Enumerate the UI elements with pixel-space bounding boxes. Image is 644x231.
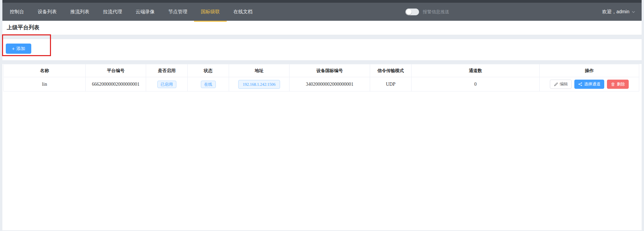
address-badge: 192.168.1.242:1506 <box>238 80 280 89</box>
platform-table: 名称 平台编号 是否启用 状态 地址 设备国标编号 信令传输模式 通道数 操作 … <box>3 64 639 92</box>
nav-item-push-list[interactable]: 推流列表 <box>64 3 96 21</box>
cell-platform-id: 66620000002000000001 <box>86 77 146 92</box>
nav-item-device-list[interactable]: 设备列表 <box>31 3 64 21</box>
alarm-push-label: 报警信息推送 <box>423 9 449 15</box>
col-header-platform-id: 平台编号 <box>86 64 146 77</box>
cell-address: 192.168.1.242:1506 <box>229 77 290 92</box>
delete-button[interactable]: 删除 <box>607 80 629 89</box>
cell-enabled: 已启用 <box>146 77 188 92</box>
select-channel-button[interactable]: 选择通道 <box>574 80 604 89</box>
col-header-actions: 操作 <box>540 64 639 77</box>
table-row: lin 66620000002000000001 已启用 在线 192.168.… <box>4 77 639 92</box>
alarm-push-toggle[interactable] <box>405 9 419 15</box>
main-navbar: 控制台 设备列表 推流列表 拉流代理 云端录像 节点管理 国标级联 在线文档 报… <box>2 3 642 21</box>
nav-item-console[interactable]: 控制台 <box>3 3 31 21</box>
nav-item-gb-cascade[interactable]: 国标级联 <box>194 3 227 21</box>
nav-item-online-docs[interactable]: 在线文档 <box>227 3 259 21</box>
share-icon <box>578 82 582 86</box>
cell-status: 在线 <box>188 77 229 92</box>
plus-icon: + <box>12 46 15 51</box>
toggle-knob <box>406 9 412 15</box>
cell-transport: UDP <box>370 77 412 92</box>
app-root: 控制台 设备列表 推流列表 拉流代理 云端录像 节点管理 国标级联 在线文档 报… <box>2 0 642 230</box>
row-actions: 编辑 选择通道 <box>540 80 639 89</box>
add-button[interactable]: + 添加 <box>6 44 31 54</box>
col-header-channel-count: 通道数 <box>412 64 540 77</box>
platform-table-card: 名称 平台编号 是否启用 状态 地址 设备国标编号 信令传输模式 通道数 操作 … <box>2 64 642 230</box>
cell-channel-count: 0 <box>412 77 540 92</box>
top-edge-strip <box>2 0 642 3</box>
pencil-icon <box>554 82 558 86</box>
page-title: 上级平台列表 <box>7 24 39 31</box>
chevron-down-icon <box>631 10 636 14</box>
enabled-badge: 已启用 <box>157 81 176 88</box>
section-gap <box>2 60 642 64</box>
table-header-row: 名称 平台编号 是否启用 状态 地址 设备国标编号 信令传输模式 通道数 操作 <box>4 64 639 77</box>
user-menu[interactable]: 欢迎，admin <box>602 3 636 21</box>
col-header-address: 地址 <box>229 64 290 77</box>
nav-item-pull-proxy[interactable]: 拉流代理 <box>96 3 129 21</box>
cell-name: lin <box>4 77 86 92</box>
col-header-device-gb-id: 设备国标编号 <box>290 64 370 77</box>
edit-button[interactable]: 编辑 <box>550 80 572 89</box>
col-header-status: 状态 <box>188 64 229 77</box>
trash-icon <box>611 82 615 86</box>
nav-item-node-manage[interactable]: 节点管理 <box>161 3 194 21</box>
toolbar: + 添加 <box>2 39 642 60</box>
alarm-push-toggle-group: 报警信息推送 <box>405 3 449 21</box>
welcome-text: 欢迎，admin <box>602 9 629 15</box>
cell-actions: 编辑 选择通道 <box>540 77 639 92</box>
section-gap <box>2 35 642 39</box>
select-channel-label: 选择通道 <box>584 81 601 87</box>
edit-button-label: 编辑 <box>560 81 568 87</box>
delete-button-label: 删除 <box>617 81 625 87</box>
cell-device-gb-id: 34020000002000000001 <box>290 77 370 92</box>
nav-item-cloud-record[interactable]: 云端录像 <box>129 3 161 21</box>
page-header: 上级平台列表 <box>2 21 642 35</box>
status-badge: 在线 <box>201 81 216 88</box>
add-button-label: 添加 <box>16 46 25 52</box>
col-header-transport: 信令传输模式 <box>370 64 412 77</box>
col-header-name: 名称 <box>4 64 86 77</box>
col-header-enabled: 是否启用 <box>146 64 188 77</box>
